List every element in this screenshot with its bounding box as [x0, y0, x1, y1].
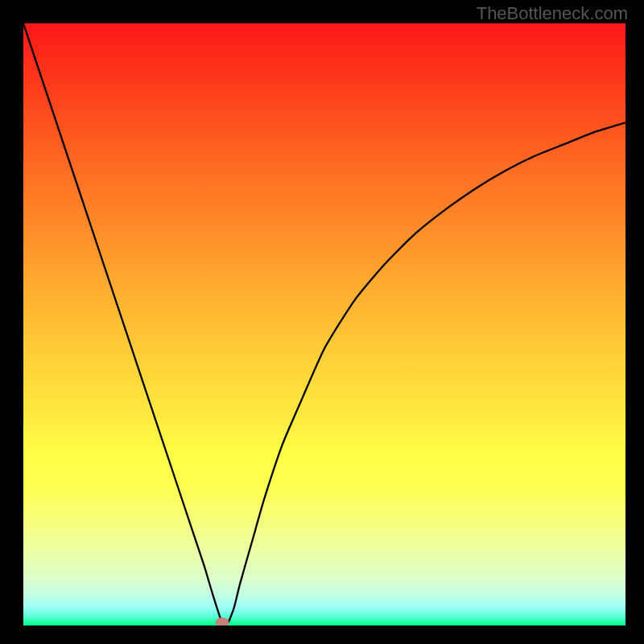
- curve-svg: [23, 23, 625, 625]
- optimal-point-marker: [215, 617, 229, 625]
- watermark-text: TheBottleneck.com: [477, 3, 628, 24]
- plot-area: [23, 23, 625, 625]
- bottleneck-curve: [23, 23, 625, 624]
